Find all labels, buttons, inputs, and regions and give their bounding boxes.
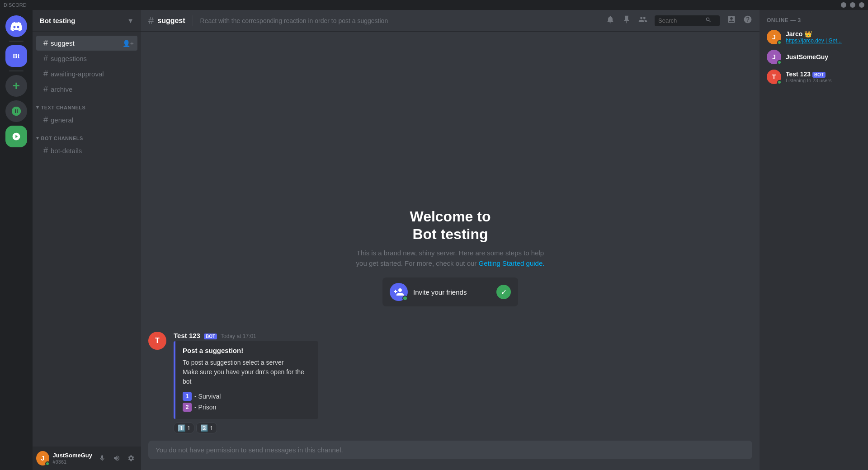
online-user-sub-jarco: https://jarco.dev | Get... <box>786 38 861 44</box>
jarco-link[interactable]: https://jarco.dev | Get... <box>786 38 842 44</box>
embed-title: Post a suggestion! <box>183 347 311 354</box>
close-button[interactable]: ✕ <box>859 2 864 8</box>
channel-name: archive <box>51 85 72 93</box>
channel-list: # suggest 👤+ # suggestions # awaiting-ap… <box>33 32 141 446</box>
channel-name: suggest <box>51 39 75 47</box>
app-title: DISCORD <box>4 2 27 8</box>
channel-item-archive[interactable]: # archive <box>36 82 137 97</box>
header-icons <box>606 15 752 26</box>
online-header: ONLINE — 3 <box>763 17 864 24</box>
user-controls <box>96 452 137 465</box>
server-icon-green[interactable] <box>5 126 27 147</box>
search-bar[interactable] <box>655 15 720 26</box>
online-user-info-justsomeguy: JustSomeGuy <box>786 53 861 61</box>
online-user-justsomeguy[interactable]: J JustSomeGuy <box>763 47 864 67</box>
category-label: BOT CHANNELS <box>41 136 83 141</box>
getting-started-link[interactable]: Getting Started guide. <box>479 259 545 267</box>
online-user-name-jarco: Jarco 👑 <box>786 30 861 38</box>
channel-item-general[interactable]: # general <box>36 113 137 127</box>
server-divider-2 <box>9 70 24 71</box>
channel-sidebar: Bot testing ▼ # suggest 👤+ # suggestions… <box>33 10 141 470</box>
embed-num-1: 1 <box>183 392 192 401</box>
category-collapse-icon: ▾ <box>36 104 39 110</box>
category-text-channels[interactable]: ▾ TEXT CHANNELS <box>33 97 141 112</box>
message-author: Test 123 <box>174 332 200 339</box>
channel-header-description: React with the corresponding reaction in… <box>200 17 388 24</box>
status-dot-jarco <box>777 40 782 45</box>
status-dot-justsomeguy <box>777 60 782 65</box>
settings-button[interactable] <box>125 452 137 465</box>
online-user-avatar-jarco: J <box>767 30 781 44</box>
minimize-button[interactable]: — <box>841 2 846 8</box>
help-icon[interactable] <box>743 15 752 26</box>
online-user-info-jarco: Jarco 👑 https://jarco.dev | Get... <box>786 30 861 44</box>
inbox-icon[interactable] <box>727 15 736 26</box>
user-panel: J JustSomeGuy #9361 <box>33 446 141 470</box>
crown-icon: 👑 <box>804 30 812 38</box>
invite-card[interactable]: Invite your friends ✓ <box>382 277 518 306</box>
message-wrapper: T Test 123 BOT Today at 17:01 Post a sug… <box>148 332 752 433</box>
message-avatar: T <box>148 332 166 350</box>
online-user-jarco[interactable]: J Jarco 👑 https://jarco.dev | Get... <box>763 27 864 47</box>
category-label: TEXT CHANNELS <box>41 105 86 110</box>
reaction-count-1: 1 <box>187 425 190 432</box>
category-bot-channels[interactable]: ▾ BOT CHANNELS <box>33 128 141 143</box>
discord-home-button[interactable] <box>5 15 27 37</box>
invite-card-check: ✓ <box>496 285 511 299</box>
online-user-sub-test123: Listening to 23 users <box>786 78 861 83</box>
welcome-section: Welcome to Bot testing This is a brand n… <box>148 181 752 324</box>
channel-hash-icon: # <box>43 146 48 155</box>
server-divider <box>9 41 24 42</box>
status-dot <box>45 461 50 466</box>
invite-card-text: Invite your friends <box>413 288 491 296</box>
category-collapse-icon: ▾ <box>36 135 39 141</box>
channel-item-awaiting-approval[interactable]: # awaiting-approval <box>36 66 137 81</box>
message-timestamp: Today at 17:01 <box>221 333 256 339</box>
add-member-icon[interactable]: 👤+ <box>123 40 134 47</box>
channel-hash-icon: # <box>43 115 48 125</box>
chevron-down-icon: ▼ <box>127 17 134 24</box>
channel-item-bot-details[interactable]: # bot-details <box>36 143 137 158</box>
search-icon <box>705 17 712 24</box>
online-user-info-test123: Test 123 BOT Listening to 23 users <box>786 70 861 83</box>
user-tag: #9361 <box>53 459 92 465</box>
add-server-button[interactable]: + <box>5 75 27 97</box>
mute-button[interactable] <box>96 452 108 465</box>
maximize-button[interactable]: □ <box>850 2 855 8</box>
explore-servers-button[interactable] <box>5 100 27 122</box>
welcome-title: Welcome to Bot testing <box>410 208 491 243</box>
reaction-2[interactable]: 2️⃣ 1 <box>196 423 217 433</box>
pin-icon[interactable] <box>622 15 631 26</box>
search-input[interactable] <box>658 17 703 24</box>
bot-badge: BOT <box>204 334 217 339</box>
server-header[interactable]: Bot testing ▼ <box>33 10 141 32</box>
online-user-test123[interactable]: T Test 123 BOT Listening to 23 users <box>763 67 864 87</box>
status-dot-test123 <box>777 80 782 85</box>
channel-item-suggest[interactable]: # suggest 👤+ <box>36 36 137 51</box>
message-content-area: Test 123 BOT Today at 17:01 Post a sugge… <box>174 332 752 433</box>
channel-item-suggestions[interactable]: # suggestions <box>36 51 137 66</box>
members-icon[interactable] <box>638 15 647 26</box>
bell-icon[interactable] <box>606 15 615 26</box>
user-avatar: J <box>36 451 49 465</box>
embed-description: To post a suggestion select a server Mak… <box>183 358 311 386</box>
main-content: # suggest React with the corresponding r… <box>141 10 760 470</box>
embed-item-1: 1 - Survival <box>183 392 311 401</box>
invite-card-icon <box>390 283 408 301</box>
deafen-button[interactable] <box>110 452 123 465</box>
user-info: JustSomeGuy #9361 <box>53 452 92 465</box>
online-dot <box>402 296 408 301</box>
right-sidebar: ONLINE — 3 J Jarco 👑 https://jarco.dev |… <box>760 10 868 470</box>
online-user-name-test123: Test 123 BOT <box>786 70 861 78</box>
embed-card: Post a suggestion! To post a suggestion … <box>174 341 318 419</box>
header-divider <box>193 15 193 26</box>
online-user-avatar-test123: T <box>767 70 781 84</box>
channel-name: suggestions <box>51 55 87 62</box>
reaction-1[interactable]: 1️⃣ 1 <box>174 423 194 433</box>
message-header: Test 123 BOT Today at 17:01 <box>174 332 752 339</box>
channel-name: general <box>51 116 73 124</box>
server-icon-bot-testing[interactable]: Bt <box>5 45 27 67</box>
server-list: Bt + <box>0 10 33 470</box>
bot-tag-test123: BOT <box>812 72 826 78</box>
channel-hash-icon: # <box>43 85 48 94</box>
